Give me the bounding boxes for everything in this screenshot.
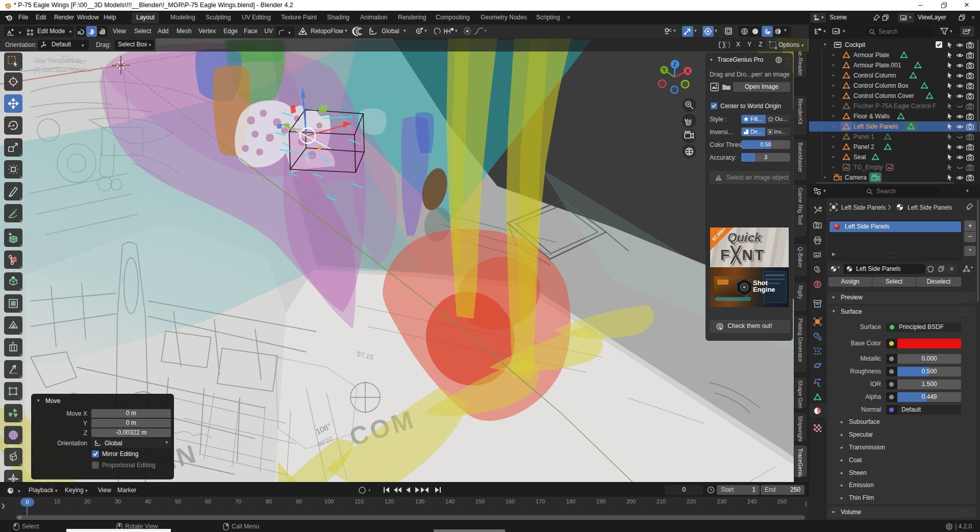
svg-text:Z: Z — [673, 61, 677, 67]
svg-text:Y: Y — [663, 67, 667, 73]
svg-text:X: X — [686, 68, 690, 74]
